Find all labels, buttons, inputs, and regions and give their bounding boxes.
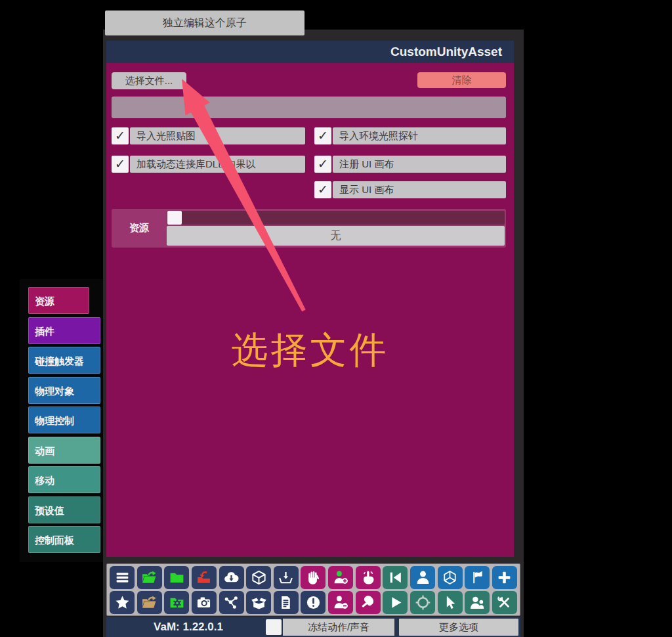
cloud-download-button[interactable] (219, 566, 244, 589)
plus-icon (496, 569, 513, 586)
flag-icon (469, 569, 486, 586)
tools-button[interactable] (492, 591, 517, 614)
main-toolbar (106, 563, 520, 616)
toggle-left-row1[interactable]: ✓导入光照贴图 (112, 127, 305, 144)
panel-body: 选择文件... 清除 ✓导入光照贴图✓导入环境光照探针✓加载动态连接库DLL 如… (106, 63, 514, 557)
exclamation-button[interactable] (301, 591, 326, 614)
finger-tap-icon (360, 569, 376, 586)
folder-green-button[interactable] (164, 566, 189, 589)
freeze-checkbox[interactable] (266, 619, 282, 635)
nodes-icon (223, 594, 240, 611)
exclamation-icon (305, 594, 322, 611)
star-button[interactable] (110, 591, 135, 614)
checkbox-icon: ✓ (112, 127, 129, 144)
play-button[interactable] (383, 591, 408, 614)
select-file-button[interactable]: 选择文件... (112, 72, 186, 89)
finger-tap-button[interactable] (356, 566, 381, 589)
toggle-label: 导入光照贴图 (130, 127, 305, 144)
cloud-download-icon (223, 569, 240, 586)
toggle-right-row1[interactable]: ✓导入环境光照探针 (314, 127, 506, 144)
asset-slider[interactable] (167, 211, 505, 225)
toggle-label: 加载动态连接库DLL 如果以 (130, 156, 305, 173)
sidebar-tab-animation[interactable]: 动画 (28, 437, 100, 464)
tools-icon (496, 594, 513, 611)
sidebar-tab-collision-triggers[interactable]: 碰撞触发器 (28, 347, 100, 374)
sidebar-tab-assets[interactable]: 资源 (28, 287, 89, 314)
toggle-left-row2[interactable]: ✓加载动态连接库DLL 如果以 (112, 156, 305, 173)
toggle-label: 显示 UI 画布 (333, 181, 506, 198)
box-open-button[interactable] (246, 591, 271, 614)
select-file-hint-text: 选择文件 (106, 326, 514, 376)
people-button[interactable] (465, 591, 490, 614)
box-open-icon (251, 594, 267, 611)
folder-open-green-button[interactable] (137, 566, 162, 589)
edit-atom-independently-button[interactable]: 独立编辑这个原子 (105, 11, 304, 35)
sidebar-tab-plugins[interactable]: 插件 (28, 317, 100, 344)
person-remove-button[interactable] (328, 591, 353, 614)
document-button[interactable] (274, 591, 299, 614)
sidebar-tab-physics-control[interactable]: 物理控制 (28, 406, 100, 433)
person-button[interactable] (410, 566, 435, 589)
cube-icon (251, 569, 267, 586)
freeze-motion-sound-label[interactable]: 冻结动作/声音 (283, 619, 394, 636)
sidebar-tabs: 资源插件碰撞触发器物理对象物理控制动画移动预设值控制面板 (20, 279, 103, 562)
person-add-button[interactable] (328, 566, 353, 589)
file-path-input[interactable] (112, 97, 506, 118)
play-icon (387, 594, 404, 611)
folder-open-green-icon (141, 569, 158, 586)
document-icon (278, 594, 294, 611)
vam-version-label: VaM: 1.22.0.1 (119, 617, 257, 637)
nodes-button[interactable] (219, 591, 244, 614)
toggle-right-row2[interactable]: ✓注册 UI 画布 (314, 156, 506, 173)
person-add-icon (333, 569, 349, 586)
sidebar-tab-presets[interactable]: 预设值 (28, 496, 100, 523)
cube-button[interactable] (246, 566, 271, 589)
more-options-button[interactable]: 更多选项 (399, 619, 518, 636)
person-remove-icon (333, 594, 349, 611)
toggle-right-row3[interactable]: ✓显示 UI 画布 (314, 181, 506, 198)
skip-back-button[interactable] (383, 566, 408, 589)
status-bar: VaM: 1.22.0.1 冻结动作/声音 更多选项 (106, 617, 520, 637)
asset-selector-row: 资源 无 (112, 209, 506, 248)
folder-open-tan-button[interactable] (137, 591, 162, 614)
menu-icon (114, 569, 131, 586)
target-icon (415, 594, 431, 611)
camera-icon (196, 594, 212, 611)
sidebar-tab-control-panel[interactable]: 控制面板 (28, 526, 100, 553)
flag-button[interactable] (465, 566, 490, 589)
folder-green-icon (169, 569, 185, 586)
people-icon (469, 594, 486, 611)
tray-download-icon (278, 569, 294, 586)
sidebar-tab-physics-objects[interactable]: 物理对象 (28, 377, 100, 404)
skip-back-icon (387, 569, 404, 586)
folder-open-tan-icon (141, 594, 158, 611)
target-button[interactable] (410, 591, 435, 614)
panel-title: CustomUnityAsset (106, 41, 514, 63)
hand-button[interactable] (301, 566, 326, 589)
folder-gear-icon (169, 594, 185, 611)
toolbar-row-2 (110, 591, 517, 614)
plus-button[interactable] (492, 566, 517, 589)
cursor-icon (442, 594, 458, 611)
asset-label: 资源 (112, 222, 167, 234)
folder-gear-button[interactable] (164, 591, 189, 614)
folder-save-red-button[interactable] (192, 566, 217, 589)
hand-icon (305, 569, 322, 586)
checkbox-icon: ✓ (112, 156, 129, 173)
unity-button[interactable] (438, 566, 463, 589)
menu-button[interactable] (110, 566, 135, 589)
sidebar-tab-move[interactable]: 移动 (28, 466, 100, 493)
clear-button[interactable]: 清除 (417, 72, 506, 88)
toolbar-row-1 (110, 566, 517, 589)
checkbox-icon: ✓ (314, 127, 331, 144)
asset-slider-handle[interactable] (167, 211, 182, 225)
person-icon (415, 569, 431, 586)
unity-icon (442, 569, 458, 586)
custom-unity-asset-panel: CustomUnityAsset 选择文件... 清除 ✓导入光照贴图✓导入环境… (106, 41, 514, 557)
cursor-button[interactable] (438, 591, 463, 614)
camera-button[interactable] (192, 591, 217, 614)
asset-value-button[interactable]: 无 (167, 226, 505, 246)
hand-point-button[interactable] (356, 591, 381, 614)
tray-download-button[interactable] (274, 566, 299, 589)
folder-save-red-icon (196, 569, 212, 586)
